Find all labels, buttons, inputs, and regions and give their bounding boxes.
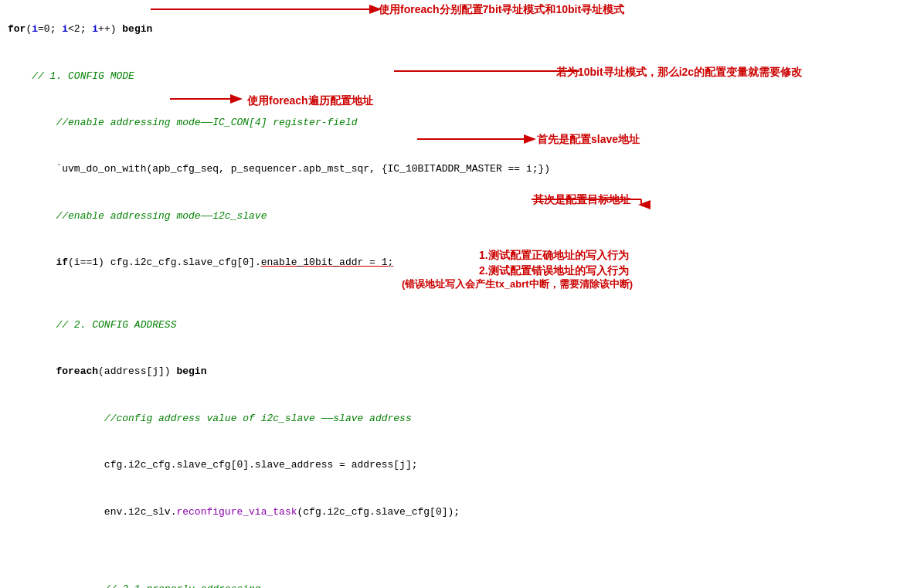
annotation-slave-addr: 首先是配置slave地址 [537, 131, 640, 148]
annotation-test1: 1.测试配置正确地址的写入行为 [479, 247, 629, 264]
code-line-4: `uvm_do_on_with(apb_cfg_seq, p_sequencer… [8, 146, 899, 192]
code-line-5: //enable addressing mode——i2c_slave [8, 193, 899, 240]
code-line-empty2 [8, 535, 899, 551]
annotation-tar-addr: 其次是配置目标地址 [533, 192, 630, 209]
code-line-8: foreach(address[j]) begin [8, 348, 899, 395]
code-line-12: // 2.1 properly addressing [8, 566, 899, 588]
code-line-11: env.i2c_slv.reconfigure_via_task(cfg.i2c… [8, 488, 899, 535]
code-line-9: //config address value of i2c_slave ——sl… [8, 396, 899, 442]
code-line-10: cfg.i2c_cfg.slave_cfg[0].slave_address =… [8, 442, 899, 488]
annotation-foreach-addr: 使用foreach遍历配置地址 [247, 93, 373, 110]
annotation-error-note: (错误地址写入会产生tx_abrt中断，需要清除该中断) [402, 277, 633, 292]
code-line-7: // 2. CONFIG ADDRESS [8, 302, 899, 348]
code-line-empty3 [8, 551, 899, 566]
annotation-10bit: 若为10bit寻址模式，那么i2c的配置变量就需要修改 [556, 64, 802, 81]
code-line-3: //enable addressing mode——IC_CON[4] regi… [8, 100, 899, 146]
annotation-foreach-title: 使用foreach分别配置7bit寻址模式和10bit寻址模式 [379, 2, 624, 19]
